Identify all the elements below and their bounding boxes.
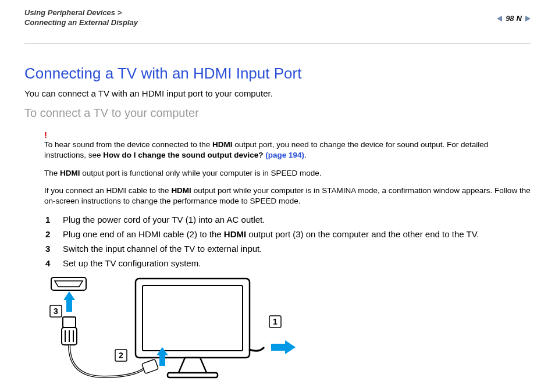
page-number: 98 [506, 14, 514, 23]
step-num: 2 [45, 229, 54, 239]
connection-diagram: 3 [45, 275, 531, 392]
note2-hdmi: HDMI [60, 169, 80, 177]
hdmi-cable [69, 345, 145, 377]
svg-marker-3 [63, 291, 75, 300]
step2-bold: HDMI [224, 229, 246, 239]
diagram-svg: 3 [45, 275, 319, 392]
note-block-2: The HDMI output port is functional only … [44, 168, 531, 179]
page-header: Using Peripheral Devices > Connecting an… [24, 0, 531, 44]
step-2: 2 Plug one end of an HDMI cable (2) to t… [24, 229, 531, 239]
callout-3: 3 [50, 305, 62, 317]
breadcrumb-line-1: Using Peripheral Devices > [24, 8, 531, 17]
hdmi-plug-tv-icon [142, 359, 159, 374]
step-num: 1 [45, 215, 54, 224]
note1-a: To hear sound from the device connected … [44, 140, 212, 149]
svg-rect-2 [66, 300, 72, 312]
svg-rect-12 [143, 286, 243, 351]
page-content: Connecting a TV with an HDMI Input Port … [24, 44, 531, 392]
arrow-3 [63, 291, 75, 312]
warning-icon: ! [44, 129, 531, 141]
svg-rect-13 [168, 373, 218, 377]
power-cord [249, 347, 264, 351]
callout-1: 1 [269, 316, 281, 327]
step-num: 4 [45, 258, 54, 268]
n-label: N [517, 14, 522, 23]
prev-page-icon[interactable] [497, 16, 502, 22]
step-text: Switch the input channel of the TV to ex… [63, 244, 262, 254]
page: Using Peripheral Devices > Connecting an… [0, 0, 555, 392]
note1-d: . [304, 151, 307, 159]
svg-marker-16 [285, 340, 296, 354]
note3-a: If you connect an HDMI cable to the [44, 186, 171, 195]
step-num: 3 [45, 244, 54, 254]
steps-list: 1 Plug the power cord of your TV (1) int… [24, 215, 531, 268]
next-page-icon[interactable] [525, 16, 531, 22]
hdmi-plug-icon [62, 317, 77, 345]
note2-c: output port is functional only while you… [80, 169, 322, 177]
note-block-1: ! To hear sound from the device connecte… [44, 129, 531, 161]
callout-2-text: 2 [119, 351, 123, 360]
note1-link-text[interactable]: How do I change the sound output device? [103, 151, 265, 159]
page-title: Connecting a TV with an HDMI Input Port [24, 65, 531, 83]
step-text: Set up the TV configuration system. [63, 258, 201, 268]
svg-rect-17 [159, 355, 165, 366]
step-text: Plug one end of an HDMI cable (2) to the… [63, 229, 479, 239]
intro-text: You can connect a TV with an HDMI input … [24, 88, 531, 98]
breadcrumb-line-2: Connecting an External Display [24, 18, 531, 27]
note3-hdmi: HDMI [171, 186, 191, 195]
svg-rect-15 [271, 344, 285, 351]
callout-2: 2 [115, 350, 127, 361]
note-block-3: If you connect an HDMI cable to the HDMI… [44, 186, 531, 206]
page-navigation: 98 N [497, 14, 531, 23]
hdmi-port-icon [51, 277, 86, 290]
step2-b: output port (3) on the computer and the … [246, 229, 479, 239]
step-text: Plug the power cord of your TV (1) into … [63, 215, 265, 224]
step-1: 1 Plug the power cord of your TV (1) int… [24, 215, 531, 224]
note1-link-page[interactable]: (page 194) [265, 151, 304, 159]
callout-1-text: 1 [273, 317, 278, 326]
step-3: 3 Switch the input channel of the TV to … [24, 244, 531, 254]
step-4: 4 Set up the TV configuration system. [24, 258, 531, 268]
subheading: To connect a TV to your computer [24, 106, 531, 120]
note2-a: The [44, 169, 60, 177]
note1-hdmi: HDMI [212, 140, 233, 149]
arrow-1 [271, 340, 296, 354]
svg-rect-4 [63, 317, 76, 327]
callout-3-text: 3 [54, 307, 58, 316]
svg-rect-9 [142, 359, 159, 374]
step2-a: Plug one end of an HDMI cable (2) to the [63, 229, 224, 239]
